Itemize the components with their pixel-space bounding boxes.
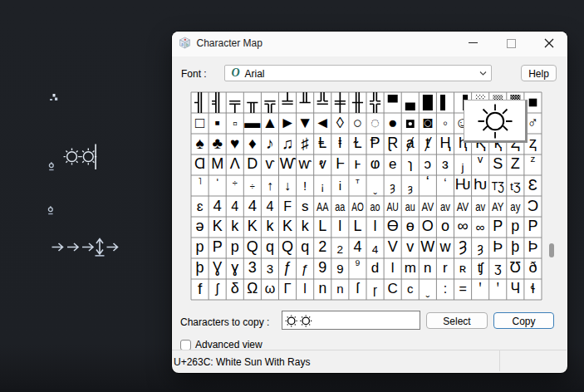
svg-text:2: 2 — [337, 243, 344, 256]
svg-text:♠: ♠ — [196, 135, 204, 152]
svg-text:k: k — [302, 218, 310, 234]
svg-text:ꞌ: ꞌ — [497, 281, 499, 295]
svg-text:2: 2 — [318, 238, 326, 255]
svg-text:P: P — [493, 218, 503, 234]
svg-text:k: k — [266, 218, 274, 234]
svg-text:÷: ÷ — [250, 181, 255, 191]
svg-text:Ⱳ: Ⱳ — [280, 155, 297, 172]
svg-text:O: O — [422, 218, 434, 234]
svg-text:Q: Q — [282, 238, 293, 255]
svg-text:AU: AU — [386, 200, 399, 213]
svg-text:δ: δ — [231, 280, 239, 296]
svg-text:AA: AA — [317, 200, 329, 213]
svg-text:þ: þ — [511, 238, 519, 255]
svg-text:3: 3 — [248, 259, 257, 276]
svg-text:9: 9 — [318, 259, 326, 276]
svg-text:Ʌ: Ʌ — [230, 155, 240, 172]
svg-text:Ⱨ: Ⱨ — [439, 135, 450, 151]
svg-text:r: r — [443, 260, 448, 276]
svg-text:ˬ: ˬ — [373, 182, 377, 194]
svg-text:n: n — [318, 280, 326, 296]
svg-text:9: 9 — [336, 262, 343, 276]
svg-text:AY: AY — [492, 200, 504, 213]
svg-text:AO: AO — [351, 200, 364, 213]
svg-text:∞: ∞ — [457, 217, 468, 234]
svg-text:e: e — [389, 156, 396, 172]
svg-text:i: i — [339, 179, 341, 193]
svg-text:aa: aa — [335, 200, 346, 213]
svg-text:♦: ♦ — [248, 135, 257, 152]
svg-text:∞: ∞ — [476, 220, 485, 234]
svg-text:○: ○ — [353, 114, 362, 131]
svg-text:S: S — [493, 155, 503, 172]
svg-text:▬: ▬ — [244, 114, 260, 131]
svg-text:4: 4 — [248, 197, 257, 214]
svg-text:↓: ↓ — [284, 179, 291, 193]
svg-text:C: C — [388, 281, 398, 296]
svg-text:o: o — [441, 218, 449, 234]
svg-text:♣: ♣ — [212, 135, 222, 152]
svg-text:n: n — [424, 260, 431, 276]
svg-text::: : — [444, 282, 447, 296]
svg-text:Ω: Ω — [247, 280, 258, 296]
svg-text:Ɽ: Ɽ — [387, 135, 398, 151]
svg-text:l: l — [303, 282, 307, 296]
svg-text:K: K — [248, 218, 258, 234]
svg-text:◌: ◌ — [371, 114, 380, 131]
svg-text:s: s — [302, 198, 309, 214]
svg-text:ȝ: ȝ — [478, 241, 483, 256]
svg-text:ⱥ: ⱥ — [406, 135, 415, 151]
svg-text:ω: ω — [265, 282, 276, 296]
svg-text:ɔ: ɔ — [425, 156, 431, 172]
svg-text:ʹ: ʹ — [216, 176, 218, 189]
svg-text:l: l — [374, 218, 377, 234]
svg-text:ɜ: ɜ — [442, 156, 449, 172]
svg-text:□: □ — [195, 114, 204, 131]
svg-text:Q: Q — [247, 238, 258, 255]
svg-text:tƷ: tƷ — [510, 180, 521, 193]
svg-text:Þ: Þ — [528, 238, 537, 255]
svg-text:4: 4 — [353, 238, 361, 255]
svg-text:ⱴ: ⱴ — [319, 155, 326, 172]
svg-text:Ɣ: Ɣ — [213, 259, 223, 276]
svg-text:l: l — [338, 218, 341, 234]
svg-text:ƒ: ƒ — [302, 262, 309, 276]
svg-text:¡: ¡ — [321, 180, 324, 193]
svg-text:ʻ: ʻ — [426, 174, 429, 190]
svg-text:b: b — [186, 42, 189, 47]
svg-text:p: p — [511, 218, 519, 234]
svg-text:ⱡ: ⱡ — [338, 135, 341, 151]
svg-text:ɬ: ɬ — [531, 281, 535, 296]
svg-text:▫: ▫ — [233, 116, 238, 130]
svg-text:Ᵽ: Ᵽ — [371, 135, 380, 151]
svg-text:◊: ◊ — [336, 114, 345, 131]
svg-text:♪: ♪ — [266, 135, 274, 152]
svg-text:TƷ: TƷ — [492, 179, 504, 193]
svg-text:q: q — [301, 238, 309, 255]
svg-text:Z: Z — [511, 155, 520, 172]
svg-text:þ: þ — [196, 259, 204, 276]
svg-text:D: D — [247, 155, 258, 172]
svg-text:4: 4 — [231, 199, 238, 213]
svg-text:f: f — [198, 280, 203, 297]
svg-text:◄: ◄ — [315, 114, 331, 131]
svg-text:⁹: ⁹ — [355, 257, 361, 272]
svg-text:c: c — [407, 282, 414, 296]
svg-text:ƒ: ƒ — [283, 259, 292, 276]
svg-text:4: 4 — [213, 197, 222, 214]
svg-text:j: j — [461, 161, 464, 174]
svg-text:W: W — [420, 238, 434, 255]
svg-text:Ʊ: Ʊ — [510, 259, 521, 276]
svg-text:Ɑ: Ɑ — [194, 155, 205, 172]
svg-text:AV: AV — [422, 200, 434, 213]
svg-text:Ⱶ: Ⱶ — [336, 155, 344, 172]
svg-text:ɣ: ɣ — [231, 259, 238, 276]
svg-text:p: p — [196, 238, 204, 255]
svg-text:P: P — [213, 238, 223, 255]
svg-text:ɵ: ɵ — [406, 218, 415, 234]
svg-text:ʒ: ʒ — [494, 261, 502, 275]
svg-text:k: k — [231, 218, 239, 234]
svg-text:ᵀ: ᵀ — [356, 178, 360, 188]
svg-text:q: q — [266, 238, 274, 255]
svg-text:▼: ▼ — [297, 114, 313, 131]
